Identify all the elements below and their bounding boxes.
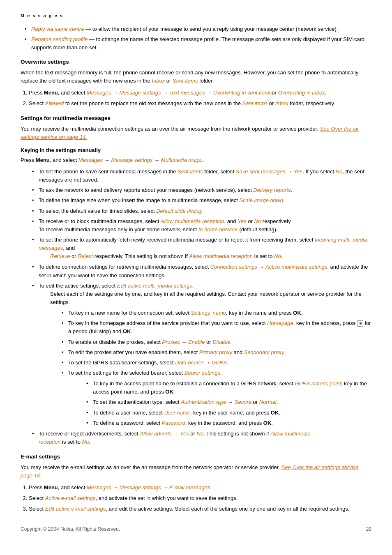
- ok-bold3: OK: [165, 389, 173, 395]
- list-item-edit-active: To edit the active settings, select Edit…: [32, 282, 371, 427]
- settings-name-link[interactable]: Settings' name: [191, 310, 226, 316]
- secure-link[interactable]: Secure: [235, 399, 251, 405]
- yes-link2[interactable]: Yes: [238, 218, 247, 224]
- default-slide-timing-link[interactable]: Default slide timing: [156, 208, 201, 214]
- no-link2[interactable]: No: [254, 218, 261, 224]
- homepage-link[interactable]: Homepage: [267, 320, 293, 326]
- normal-link[interactable]: Normal: [259, 399, 277, 405]
- list-item-save-sent: To set the phone to save sent multimedia…: [32, 168, 371, 184]
- no-link[interactable]: No: [336, 168, 343, 175]
- sent-items-link3[interactable]: Sent items: [178, 168, 203, 175]
- multimedia-bullets: To set the phone to save sent multimedia…: [21, 168, 371, 446]
- list-item-incoming: To set the phone to automatically fetch …: [32, 236, 371, 260]
- secondary-proxy-link[interactable]: Secondary proxy: [244, 349, 284, 355]
- retrieve-link[interactable]: Retrieve: [50, 253, 70, 259]
- inbox-link[interactable]: Inbox: [152, 78, 165, 84]
- bearer-settings-link[interactable]: Bearer settings: [184, 370, 220, 376]
- save-sent-messages-link[interactable]: Save sent messages: [236, 168, 286, 175]
- reject-link[interactable]: Reject: [78, 253, 93, 259]
- msg-settings-link3[interactable]: Message settings: [119, 484, 161, 491]
- email-messages-link[interactable]: E-mail messages: [169, 484, 210, 491]
- list-item-proxies-edit: To edit the proxies after you have enabl…: [62, 348, 371, 357]
- allow-multimedia-reception-link2[interactable]: Allow multimedia reception: [189, 253, 253, 259]
- primary-proxy-link[interactable]: Primary proxy: [199, 349, 232, 355]
- list-item-proxies: To enable or disable the proxies, select…: [62, 338, 371, 346]
- in-home-network-text: To receive multimedia messages only in y…: [39, 226, 278, 233]
- messages-link3[interactable]: Messages: [87, 484, 111, 491]
- sub-bullets: To key in a new name for the connection …: [50, 309, 371, 427]
- scale-image-down-link[interactable]: Scale image down: [239, 197, 283, 203]
- edit-active-link[interactable]: Edit active multi- media settings: [117, 283, 192, 289]
- gprs-access-point-link[interactable]: GPRS access point: [295, 380, 341, 387]
- list-item-password: To define a password, select Password, k…: [86, 419, 371, 427]
- list-item-connection-settings: To define connection settings for retrie…: [32, 263, 371, 279]
- yes-link3[interactable]: Yes: [180, 431, 189, 437]
- auth-type-link[interactable]: Authentication type: [181, 399, 226, 405]
- sent-items-link2[interactable]: Sent items: [242, 100, 267, 106]
- message-settings-link[interactable]: Message settings: [119, 90, 161, 96]
- active-email-settings-link[interactable]: Active e-mail settings: [45, 495, 96, 501]
- no-link5[interactable]: No: [82, 439, 89, 445]
- step-2: Select Allowed to set the phone to repla…: [29, 99, 371, 108]
- page-header: M e s s a g e s: [21, 12, 371, 19]
- multimedia-msgs-link[interactable]: Multimedia msgs.: [161, 157, 203, 163]
- in-home-network-link[interactable]: In home network: [198, 226, 238, 233]
- data-bearer-link[interactable]: Data bearer: [175, 359, 203, 366]
- gprs-link[interactable]: GPRS: [212, 359, 227, 366]
- proxies-link[interactable]: Proxies: [162, 339, 180, 345]
- list-item-allow-multimedia: To receive or to block multimedia messag…: [32, 217, 371, 234]
- step-1: Press Menu, and select Messages → Messag…: [29, 89, 371, 97]
- multimedia-settings-body: You may receive the multimedia connectio…: [21, 125, 371, 141]
- see-over-the-air-link2[interactable]: See Over the air settings service page 1…: [21, 464, 359, 479]
- ok-bold2: OK: [123, 328, 131, 334]
- ok-bold4: OK: [271, 410, 279, 416]
- active-multimedia-settings-link[interactable]: Active multimedia settings: [265, 264, 327, 270]
- allow-multimedia-reception-link[interactable]: Allow multimedia reception: [161, 218, 224, 224]
- overwrite-settings-heading: Overwrite settings: [21, 58, 371, 66]
- allow-multimedia-link[interactable]: Allow multimedia: [270, 431, 311, 437]
- email-step-1: Press Menu, and select Messages → Messag…: [29, 484, 371, 492]
- rename-sending-profile-link[interactable]: Rename sending profile: [31, 36, 88, 42]
- footer: Copyright © 2004 Nokia. All Rights Reser…: [21, 525, 371, 533]
- allow-adverts-link[interactable]: Allow adverts: [140, 431, 171, 437]
- page-number: 29: [366, 525, 371, 533]
- edit-active-email-link[interactable]: Edit active e-mail settings: [45, 506, 106, 512]
- enable-link[interactable]: Enable: [188, 339, 205, 345]
- list-item-scale: To define the image size when you insert…: [32, 196, 371, 205]
- reception-link[interactable]: reception: [39, 439, 60, 445]
- list-item-user-name: To define a user name, select User name,…: [86, 409, 371, 417]
- delivery-reports-link[interactable]: Delivery reports: [253, 187, 291, 193]
- sent-items-link[interactable]: Sent items: [173, 78, 198, 84]
- inbox-link2[interactable]: Inbox: [275, 100, 288, 106]
- allowed-link[interactable]: Allowed: [45, 100, 64, 106]
- reply-via-same-centre-link[interactable]: Reply via same centre: [31, 26, 84, 32]
- connection-settings-link[interactable]: Connection settings: [210, 264, 257, 270]
- email-settings-heading: E-mail settings: [21, 453, 371, 461]
- list-item-gprs-access: To key in the access point name to estab…: [86, 380, 371, 396]
- incoming-multimedia-link[interactable]: Incoming multi- media messages: [39, 237, 367, 251]
- user-name-link[interactable]: User name: [164, 410, 190, 416]
- list-item: Rename sending profile — to change the n…: [25, 35, 371, 51]
- backspace-icon: ⌫: [357, 320, 363, 327]
- password-link[interactable]: Password: [162, 420, 185, 426]
- messages-link2[interactable]: Messages: [78, 157, 103, 163]
- email-step-2: Select Active e-mail settings, and activ…: [29, 494, 371, 502]
- reply-text: — to allow the recipient of your message…: [84, 26, 338, 32]
- list-item-allow-adverts: To receive or reject advertisements, sel…: [32, 430, 371, 446]
- no-link3[interactable]: No: [274, 253, 281, 259]
- text-messages-link[interactable]: Text messages: [169, 90, 205, 96]
- overwrite-steps: Press Menu, and select Messages → Messag…: [21, 89, 371, 108]
- yes-link[interactable]: Yes: [294, 168, 303, 175]
- retrieve-reject-text: Retrieve or Reject respectively. This se…: [39, 252, 371, 260]
- overwriting-inbox-link[interactable]: Overwriting in inbox: [278, 90, 325, 96]
- list-item-bearer-settings: To set the settings for the selected bea…: [62, 369, 371, 427]
- overwriting-sent-link[interactable]: Overwriting in sent items: [213, 90, 272, 96]
- disable-link[interactable]: Disable: [212, 339, 230, 345]
- msg-settings-link2[interactable]: Message settings: [111, 157, 152, 163]
- list-item-data-bearer: To set the GPRS data bearer settings, se…: [62, 359, 371, 367]
- keying-heading: Keying in the settings manually: [21, 146, 371, 154]
- list-item-default-slide: To select the default value for timed sl…: [32, 207, 371, 215]
- no-link4[interactable]: No: [196, 431, 203, 437]
- messages-link[interactable]: Messages: [87, 90, 111, 96]
- list-item-delivery: To ask the network to send delivery repo…: [32, 186, 371, 194]
